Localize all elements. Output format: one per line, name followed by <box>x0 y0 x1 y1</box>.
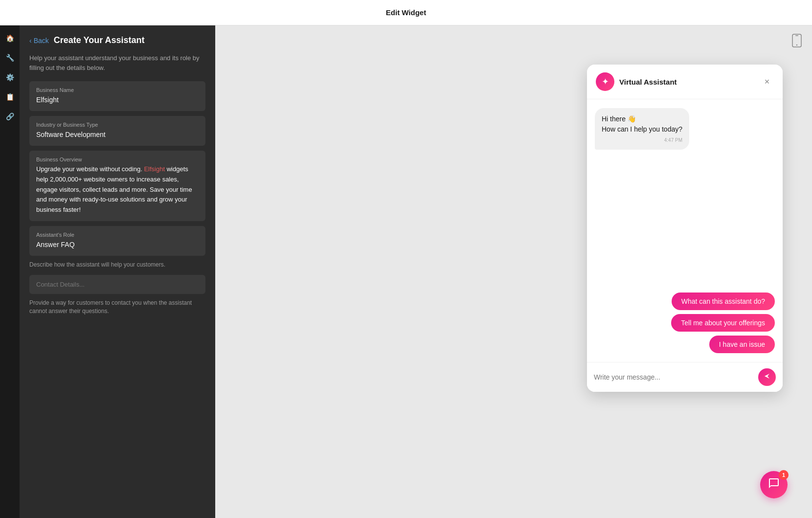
close-icon: × <box>765 77 770 87</box>
main-area: 🏠 🔧 ⚙️ 📋 🔗 ‹ Back Create Your Assistant … <box>0 25 812 518</box>
chat-body: Hi there 👋 How can I help you today? 4:4… <box>587 99 783 362</box>
svg-rect-2 <box>795 35 798 36</box>
elfsight-highlight: Elfsight <box>144 165 165 173</box>
floating-chat-icon <box>768 477 780 492</box>
chat-header-title: Virtual Assistant <box>619 78 677 86</box>
chat-header: ✦ Virtual Assistant × <box>587 65 783 99</box>
top-bar: Edit Widget <box>0 0 812 25</box>
sidebar-icon-list[interactable]: 📋 <box>2 89 18 105</box>
chat-avatar: ✦ <box>596 72 614 91</box>
assistant-role-value: Answer FAQ <box>36 240 199 250</box>
business-overview-field[interactable]: Business Overview Upgrade your website w… <box>29 151 205 221</box>
business-name-value: Elfsight <box>36 95 199 105</box>
chat-avatar-icon: ✦ <box>602 76 609 87</box>
quick-reply-3[interactable]: I have an issue <box>709 336 775 353</box>
sidebar-icon-tools[interactable]: 🔧 <box>2 50 18 66</box>
contact-details-placeholder: Contact Details... <box>36 281 199 288</box>
quick-replies: What can this assistant do? Tell me abou… <box>595 293 775 353</box>
contact-description: Provide a way for customers to contact y… <box>29 299 205 315</box>
right-area: ✦ Virtual Assistant × Hi there 👋 How can… <box>215 25 812 518</box>
sidebar-icon-settings[interactable]: ⚙️ <box>2 69 18 85</box>
svg-point-1 <box>796 45 797 45</box>
chat-send-button[interactable] <box>758 368 776 386</box>
form-subtitle: Help your assistant understand your busi… <box>29 53 205 72</box>
back-button[interactable]: ‹ Back <box>29 37 49 45</box>
chat-widget: ✦ Virtual Assistant × Hi there 👋 How can… <box>587 65 783 392</box>
industry-type-value: Software Development <box>36 130 199 140</box>
chat-input[interactable] <box>594 373 753 381</box>
business-overview-label: Business Overview <box>36 157 199 162</box>
back-label: Back <box>34 37 49 45</box>
bot-message-line1: Hi there 👋 <box>602 114 682 124</box>
message-time: 4:47 PM <box>602 136 682 144</box>
business-name-field[interactable]: Business Name Elfsight <box>29 81 205 111</box>
form-title: Create Your Assistant <box>54 35 145 45</box>
bot-message: Hi there 👋 How can I help you today? 4:4… <box>595 108 689 150</box>
left-panel: 🏠 🔧 ⚙️ 📋 🔗 ‹ Back Create Your Assistant … <box>0 25 215 518</box>
contact-details-field[interactable]: Contact Details... <box>29 275 205 294</box>
sidebar-icon-link[interactable]: 🔗 <box>2 109 18 124</box>
floating-chat-button[interactable]: 1 <box>760 471 788 498</box>
page-title: Edit Widget <box>386 8 426 17</box>
assistant-role-label: Assistant's Role <box>36 232 199 238</box>
bot-message-line2: How can I help you today? <box>602 124 682 135</box>
business-overview-value: Upgrade your website without coding. Elf… <box>36 164 199 215</box>
chat-close-button[interactable]: × <box>760 75 774 89</box>
form-header: ‹ Back Create Your Assistant <box>29 35 205 45</box>
send-icon <box>763 372 771 382</box>
chat-header-left: ✦ Virtual Assistant <box>596 72 677 91</box>
floating-badge: 1 <box>779 470 789 480</box>
industry-type-label: Industry or Business Type <box>36 122 199 128</box>
assistant-role-field[interactable]: Assistant's Role Answer FAQ <box>29 226 205 256</box>
sidebar-icons: 🏠 🔧 ⚙️ 📋 🔗 <box>0 25 20 518</box>
device-preview-icon[interactable] <box>789 33 804 48</box>
business-name-label: Business Name <box>36 87 199 93</box>
chevron-left-icon: ‹ <box>29 37 32 45</box>
industry-type-field[interactable]: Industry or Business Type Software Devel… <box>29 116 205 146</box>
chat-input-area <box>587 362 783 392</box>
quick-reply-2[interactable]: Tell me about your offerings <box>671 314 775 332</box>
role-description: Describe how the assistant will help you… <box>29 261 205 269</box>
quick-reply-1[interactable]: What can this assistant do? <box>672 293 775 310</box>
sidebar-icon-home[interactable]: 🏠 <box>2 30 18 46</box>
form-panel: ‹ Back Create Your Assistant Help your a… <box>20 25 215 518</box>
